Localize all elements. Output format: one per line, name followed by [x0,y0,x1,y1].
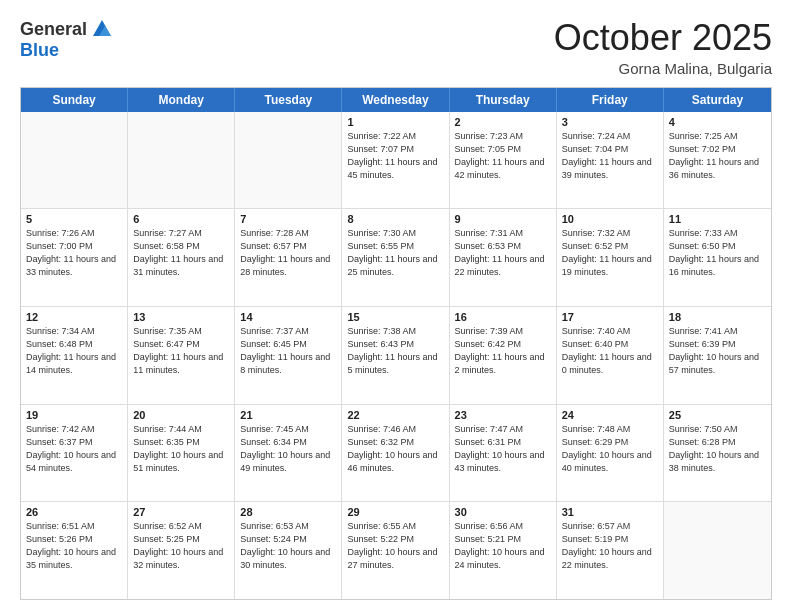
calendar-header: SundayMondayTuesdayWednesdayThursdayFrid… [21,88,771,112]
day-number-28: 28 [240,506,336,518]
day-number-17: 17 [562,311,658,323]
logo: General Blue [20,18,113,61]
calendar-body: 1Sunrise: 7:22 AM Sunset: 7:07 PM Daylig… [21,112,771,599]
day-number-4: 4 [669,116,766,128]
day-info-14: Sunrise: 7:37 AM Sunset: 6:45 PM Dayligh… [240,325,336,377]
day-info-30: Sunrise: 6:56 AM Sunset: 5:21 PM Dayligh… [455,520,551,572]
day-number-19: 19 [26,409,122,421]
calendar-day-17: 17Sunrise: 7:40 AM Sunset: 6:40 PM Dayli… [557,307,664,404]
day-number-23: 23 [455,409,551,421]
day-number-3: 3 [562,116,658,128]
header-day-friday: Friday [557,88,664,112]
logo-icon [91,18,113,40]
day-info-29: Sunrise: 6:55 AM Sunset: 5:22 PM Dayligh… [347,520,443,572]
calendar-day-8: 8Sunrise: 7:30 AM Sunset: 6:55 PM Daylig… [342,209,449,306]
day-info-27: Sunrise: 6:52 AM Sunset: 5:25 PM Dayligh… [133,520,229,572]
day-info-12: Sunrise: 7:34 AM Sunset: 6:48 PM Dayligh… [26,325,122,377]
day-info-18: Sunrise: 7:41 AM Sunset: 6:39 PM Dayligh… [669,325,766,377]
calendar-week-4: 19Sunrise: 7:42 AM Sunset: 6:37 PM Dayli… [21,404,771,502]
day-number-2: 2 [455,116,551,128]
day-number-1: 1 [347,116,443,128]
day-info-9: Sunrise: 7:31 AM Sunset: 6:53 PM Dayligh… [455,227,551,279]
calendar-day-20: 20Sunrise: 7:44 AM Sunset: 6:35 PM Dayli… [128,405,235,502]
day-info-23: Sunrise: 7:47 AM Sunset: 6:31 PM Dayligh… [455,423,551,475]
day-info-25: Sunrise: 7:50 AM Sunset: 6:28 PM Dayligh… [669,423,766,475]
day-info-19: Sunrise: 7:42 AM Sunset: 6:37 PM Dayligh… [26,423,122,475]
calendar-day-9: 9Sunrise: 7:31 AM Sunset: 6:53 PM Daylig… [450,209,557,306]
day-info-13: Sunrise: 7:35 AM Sunset: 6:47 PM Dayligh… [133,325,229,377]
day-number-9: 9 [455,213,551,225]
day-info-6: Sunrise: 7:27 AM Sunset: 6:58 PM Dayligh… [133,227,229,279]
day-number-10: 10 [562,213,658,225]
calendar-day-11: 11Sunrise: 7:33 AM Sunset: 6:50 PM Dayli… [664,209,771,306]
day-info-1: Sunrise: 7:22 AM Sunset: 7:07 PM Dayligh… [347,130,443,182]
day-info-16: Sunrise: 7:39 AM Sunset: 6:42 PM Dayligh… [455,325,551,377]
calendar-empty-0-0 [21,112,128,209]
calendar-day-25: 25Sunrise: 7:50 AM Sunset: 6:28 PM Dayli… [664,405,771,502]
calendar-day-12: 12Sunrise: 7:34 AM Sunset: 6:48 PM Dayli… [21,307,128,404]
calendar-day-23: 23Sunrise: 7:47 AM Sunset: 6:31 PM Dayli… [450,405,557,502]
calendar-day-18: 18Sunrise: 7:41 AM Sunset: 6:39 PM Dayli… [664,307,771,404]
calendar-day-22: 22Sunrise: 7:46 AM Sunset: 6:32 PM Dayli… [342,405,449,502]
calendar-day-15: 15Sunrise: 7:38 AM Sunset: 6:43 PM Dayli… [342,307,449,404]
day-info-17: Sunrise: 7:40 AM Sunset: 6:40 PM Dayligh… [562,325,658,377]
day-number-27: 27 [133,506,229,518]
logo-blue-text: Blue [20,40,59,61]
day-info-24: Sunrise: 7:48 AM Sunset: 6:29 PM Dayligh… [562,423,658,475]
calendar-day-3: 3Sunrise: 7:24 AM Sunset: 7:04 PM Daylig… [557,112,664,209]
day-info-26: Sunrise: 6:51 AM Sunset: 5:26 PM Dayligh… [26,520,122,572]
header-day-thursday: Thursday [450,88,557,112]
calendar-day-10: 10Sunrise: 7:32 AM Sunset: 6:52 PM Dayli… [557,209,664,306]
calendar-day-4: 4Sunrise: 7:25 AM Sunset: 7:02 PM Daylig… [664,112,771,209]
calendar-day-30: 30Sunrise: 6:56 AM Sunset: 5:21 PM Dayli… [450,502,557,599]
day-number-20: 20 [133,409,229,421]
day-number-11: 11 [669,213,766,225]
calendar-day-28: 28Sunrise: 6:53 AM Sunset: 5:24 PM Dayli… [235,502,342,599]
calendar-day-27: 27Sunrise: 6:52 AM Sunset: 5:25 PM Dayli… [128,502,235,599]
calendar-day-6: 6Sunrise: 7:27 AM Sunset: 6:58 PM Daylig… [128,209,235,306]
day-number-22: 22 [347,409,443,421]
day-info-10: Sunrise: 7:32 AM Sunset: 6:52 PM Dayligh… [562,227,658,279]
day-info-21: Sunrise: 7:45 AM Sunset: 6:34 PM Dayligh… [240,423,336,475]
calendar: SundayMondayTuesdayWednesdayThursdayFrid… [20,87,772,600]
calendar-empty-0-2 [235,112,342,209]
day-info-7: Sunrise: 7:28 AM Sunset: 6:57 PM Dayligh… [240,227,336,279]
day-number-6: 6 [133,213,229,225]
day-info-8: Sunrise: 7:30 AM Sunset: 6:55 PM Dayligh… [347,227,443,279]
day-number-14: 14 [240,311,336,323]
title-block: October 2025 Gorna Malina, Bulgaria [554,18,772,77]
calendar-day-31: 31Sunrise: 6:57 AM Sunset: 5:19 PM Dayli… [557,502,664,599]
day-number-29: 29 [347,506,443,518]
header-day-wednesday: Wednesday [342,88,449,112]
page: General Blue October 2025 Gorna Malina, … [0,0,792,612]
day-info-28: Sunrise: 6:53 AM Sunset: 5:24 PM Dayligh… [240,520,336,572]
calendar-day-2: 2Sunrise: 7:23 AM Sunset: 7:05 PM Daylig… [450,112,557,209]
location-subtitle: Gorna Malina, Bulgaria [554,60,772,77]
day-info-11: Sunrise: 7:33 AM Sunset: 6:50 PM Dayligh… [669,227,766,279]
day-info-2: Sunrise: 7:23 AM Sunset: 7:05 PM Dayligh… [455,130,551,182]
calendar-empty-0-1 [128,112,235,209]
calendar-day-26: 26Sunrise: 6:51 AM Sunset: 5:26 PM Dayli… [21,502,128,599]
day-info-20: Sunrise: 7:44 AM Sunset: 6:35 PM Dayligh… [133,423,229,475]
calendar-day-5: 5Sunrise: 7:26 AM Sunset: 7:00 PM Daylig… [21,209,128,306]
header-day-monday: Monday [128,88,235,112]
day-info-5: Sunrise: 7:26 AM Sunset: 7:00 PM Dayligh… [26,227,122,279]
day-number-7: 7 [240,213,336,225]
calendar-day-16: 16Sunrise: 7:39 AM Sunset: 6:42 PM Dayli… [450,307,557,404]
calendar-empty-4-6 [664,502,771,599]
calendar-week-3: 12Sunrise: 7:34 AM Sunset: 6:48 PM Dayli… [21,306,771,404]
calendar-day-13: 13Sunrise: 7:35 AM Sunset: 6:47 PM Dayli… [128,307,235,404]
calendar-day-1: 1Sunrise: 7:22 AM Sunset: 7:07 PM Daylig… [342,112,449,209]
day-number-26: 26 [26,506,122,518]
day-number-18: 18 [669,311,766,323]
header-day-sunday: Sunday [21,88,128,112]
day-number-8: 8 [347,213,443,225]
header: General Blue October 2025 Gorna Malina, … [20,18,772,77]
day-number-15: 15 [347,311,443,323]
day-number-30: 30 [455,506,551,518]
calendar-day-7: 7Sunrise: 7:28 AM Sunset: 6:57 PM Daylig… [235,209,342,306]
day-number-21: 21 [240,409,336,421]
day-number-25: 25 [669,409,766,421]
month-title: October 2025 [554,18,772,58]
calendar-day-14: 14Sunrise: 7:37 AM Sunset: 6:45 PM Dayli… [235,307,342,404]
